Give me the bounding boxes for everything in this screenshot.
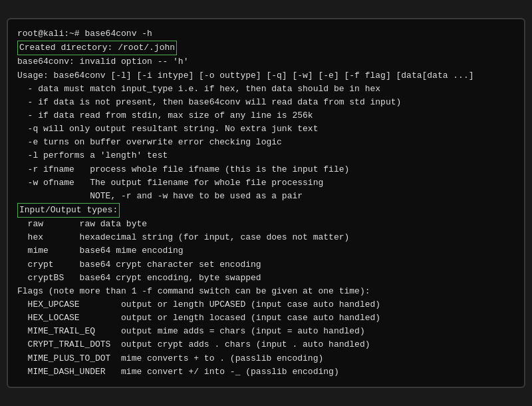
terminal-line-help1: - data must match input_type i.e. if hex… [17,83,515,96]
terminal-line-opt_q: -q will only output resultant string. No… [17,122,515,136]
terminal-line-hex: hex hexadecimal string (for input, case … [17,231,515,244]
terminal-line-mime_dash_under: MIME_DASH_UNDER mime convert +/ into -_ … [17,365,515,379]
terminal-line-opt_l: -l performs a 'length' test [17,149,515,162]
terminal-line-flags_header: Flags (note more than 1 -f command switc… [17,285,515,298]
terminal-line-note: NOTE, -r and -w have to be used as a pai… [17,190,515,203]
terminal-line-hex_upcase: HEX_UPCASE output or length UPCASED (inp… [17,298,515,311]
highlighted-text-created: Created directory: /root/.john [17,41,177,55]
terminal-line-crypt: crypt base64 crypt character set encodin… [17,258,515,272]
terminal-line-mime_plus_to_dot: MIME_PLUS_TO_DOT mime converts + to . (p… [17,352,515,365]
terminal-line-raw: raw raw data byte [17,218,515,231]
terminal-line-help2: - if data is not present, then base64con… [17,96,515,109]
terminal-line-opt_w: -w ofname The output filename for whole … [17,176,515,190]
terminal-line-hex_locase: HEX_LOCASE output or length locased (inp… [17,311,515,325]
terminal-line-cryptbs: cryptBS base64 crypt encoding, byte swap… [17,272,515,285]
terminal-line-io_types: Input/Output types: [17,203,515,218]
terminal-line-crypt_trail_dots: CRYPT_TRAIL_DOTS output crypt adds . cha… [17,338,515,351]
terminal-line-usage: Usage: base64conv [-l] [-i intype] [-o o… [17,69,515,83]
terminal-line-mime_trail_eq: MIME_TRAIL_EQ output mime adds = chars (… [17,325,515,338]
terminal-line-opt_e: -e turns on buffer overwrite error check… [17,136,515,149]
highlighted-text-io_types: Input/Output types: [17,203,120,218]
terminal-window: root@kali:~# base64conv -hCreated direct… [7,18,525,388]
terminal-line-prompt: root@kali:~# base64conv -h [17,27,515,41]
terminal-line-opt_r: -r ifname process whole file ifname (thi… [17,163,515,176]
terminal-line-created: Created directory: /root/.john [17,41,515,55]
terminal-line-help3: - if data read from stdin, max size of a… [17,109,515,122]
terminal-line-invalid: base64conv: invalid option -- 'h' [17,55,515,69]
terminal-line-mime: mime base64 mime encoding [17,244,515,258]
